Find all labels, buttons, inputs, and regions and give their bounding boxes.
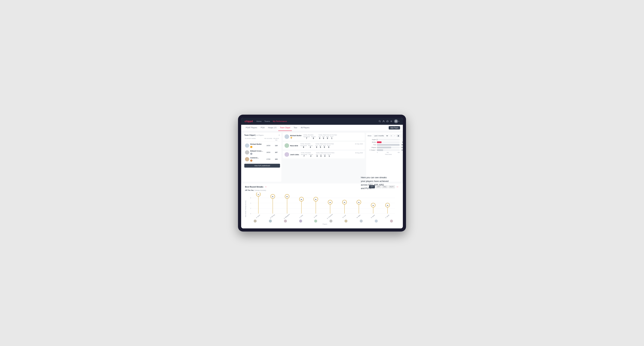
- bar-track-pars: 499: [377, 144, 400, 146]
- tab-pgat[interactable]: PGAT Players: [244, 125, 259, 131]
- x-axis-label: Players: [247, 223, 399, 225]
- player-avatar-quick: [384, 219, 399, 223]
- user-avatar-button[interactable]: ▾: [394, 119, 399, 123]
- nav-teams[interactable]: Teams: [264, 120, 270, 123]
- bar-val-dbogeys: 131: [401, 149, 403, 151]
- tab-all-players[interactable]: All Players: [299, 125, 311, 131]
- edit-icon[interactable]: ✏: [278, 134, 280, 136]
- svg-text:6x: 6x: [286, 196, 288, 197]
- bar-label-eagles: Eagles: [368, 139, 376, 140]
- nav-home[interactable]: Home: [256, 120, 262, 123]
- total-rounds-rees: Total Rounds Tournament 8 Practice 4: [300, 143, 312, 148]
- svg-text:D. Billingham: D. Billingham: [284, 213, 290, 219]
- practice-label: Practice: [311, 136, 316, 137]
- nav-my-performance[interactable]: My Performance: [273, 120, 287, 123]
- card-avatar-josh: [284, 152, 289, 157]
- notifications-button[interactable]: [386, 120, 388, 122]
- activities-row: OTT 0 APP 0 ARG 0: [318, 136, 337, 139]
- tab-pga[interactable]: PGA: [259, 125, 266, 131]
- player-row-3[interactable]: Cameron... 3 17/20 103: [244, 156, 280, 163]
- grid-view-icon[interactable]: ⊞: [390, 134, 393, 137]
- player-avatar-crossman: [324, 219, 338, 223]
- player-name-1: Richard Butler: [250, 143, 264, 145]
- practice-activities-group: Total Practice Activities OTT 0 APP 0: [318, 134, 337, 139]
- svg-text:4x: 4x: [329, 202, 331, 203]
- card-view-icon[interactable]: ◨: [397, 134, 400, 137]
- tablet-frame: clippd Home Teams My Performance: [238, 115, 406, 231]
- add-team-button[interactable]: Add Team: [389, 126, 400, 130]
- player-name-2: Edward Crossman: [250, 150, 264, 152]
- app-val: 0: [322, 137, 325, 139]
- player-avatar-miller: [354, 219, 369, 223]
- bar-row-birdies: Birdies 96: [368, 141, 400, 143]
- tabs-right-area: Add Team: [389, 126, 400, 130]
- rank-badge-1: 1: [250, 146, 252, 148]
- svg-text:4: 4: [250, 202, 251, 204]
- card-player-info-rees: Rees Britt: [284, 143, 298, 148]
- nav-menu: Home Teams My Performance: [256, 120, 375, 123]
- y-axis-label: Best Streak, Fairway Accuracy: [245, 192, 246, 225]
- x-label-0: 0: [377, 152, 378, 153]
- svg-point-3: [391, 121, 392, 122]
- bar-track-dbogeys: 131: [377, 149, 400, 151]
- player-row-2[interactable]: Edward Crossman 2 18/20 107: [244, 149, 280, 156]
- chart-subtitle: Off The Tee, Fairway Accuracy: [245, 189, 399, 191]
- profile-button[interactable]: [382, 120, 385, 122]
- list-view-icon[interactable]: ≡: [393, 134, 396, 137]
- activities-rees: Total Practice Activities OTT 0 APP 0: [315, 143, 334, 148]
- search-icon: [379, 120, 381, 122]
- tab-team-clippd[interactable]: Team Clippd: [278, 125, 292, 131]
- player-row-1[interactable]: Richard Butler 1 19/20 110: [244, 142, 280, 149]
- gear-icon: [390, 120, 392, 122]
- card-player-info-josh: Josh Coles: [284, 152, 299, 157]
- tab-hcaps[interactable]: Hcaps 1-5: [266, 125, 278, 131]
- total-rounds-label-rees: Total Rounds: [300, 143, 312, 145]
- ott-label: OTT: [318, 136, 321, 137]
- card-date-rees: 02 Sep 2023: [355, 143, 363, 145]
- card-name-richard: Richard Butler: [290, 135, 302, 137]
- player-avatar-1: [245, 144, 249, 148]
- tabs-bar: PGAT Players PGA Hcaps 1-5 Team Clippd T…: [241, 125, 403, 131]
- app-col: APP 0: [322, 136, 325, 139]
- player-avatar-butler: [369, 219, 384, 223]
- player-cards-panel: Richard Butler 🏆 Total Rounds: [283, 133, 365, 182]
- player-card-richard: Richard Butler 🏆 Total Rounds: [283, 133, 365, 141]
- svg-text:R. Britt: R. Britt: [314, 215, 317, 218]
- putt-label: PUTT: [330, 136, 334, 137]
- svg-text:E. Crossman: E. Crossman: [327, 213, 333, 219]
- arg-col: ARG 0: [326, 136, 329, 139]
- bar-val-birdies: 96: [402, 141, 403, 143]
- app-label: APP: [322, 136, 325, 137]
- tournament-val: 7: [303, 137, 310, 139]
- leaderboard-panel: Team Clippd | 14 Players ✏ PLAYER NAME P…: [243, 133, 282, 182]
- panel-header: Team Clippd | 14 Players ✏: [244, 134, 280, 136]
- detail-view-icon[interactable]: ↕: [400, 134, 403, 137]
- period-select[interactable]: Last 3 months Last 6 months Last 12 mont…: [372, 134, 389, 137]
- metric-tab-arg[interactable]: ARG: [382, 185, 388, 188]
- streak-chart-area: 0 2 4 6 7x E. Ewert 6x: [247, 192, 399, 225]
- ott-val: 0: [318, 137, 321, 139]
- metric-tab-app[interactable]: APP: [376, 185, 381, 188]
- metric-tab-putt[interactable]: PUTT: [388, 185, 395, 188]
- rounds-sub-row-rees: Tournament 8 Practice 4: [300, 145, 312, 148]
- svg-line-1: [380, 122, 381, 122]
- view-leaderboard-button[interactable]: View Full Leaderboard: [244, 164, 280, 168]
- settings-button[interactable]: [390, 120, 392, 122]
- player-info-1: Richard Butler 1: [250, 143, 264, 148]
- search-button[interactable]: [379, 120, 381, 122]
- putt-val: 1: [330, 137, 334, 139]
- bar-label-bogeys: Bogeys: [368, 147, 376, 148]
- rounds-sub-row: Tournament 7 Practice 6: [303, 136, 316, 139]
- bar-row-dbogeys: D. Bogeys + 131: [368, 149, 400, 151]
- bar-fill-birdies: [377, 141, 382, 143]
- show-label: Show: [368, 135, 372, 137]
- tab-tour[interactable]: Tour: [292, 125, 299, 131]
- player-score-1: 19/20: [264, 145, 273, 147]
- brand-logo: clippd: [245, 120, 253, 123]
- metric-tab-ott[interactable]: OTT: [369, 185, 375, 188]
- tournament-label: Tournament: [303, 136, 310, 137]
- svg-text:5x: 5x: [315, 199, 316, 200]
- svg-text:E. Ewert: E. Ewert: [256, 214, 260, 218]
- card-name-rees: Rees Britt: [290, 145, 298, 147]
- svg-text:5x: 5x: [301, 199, 302, 200]
